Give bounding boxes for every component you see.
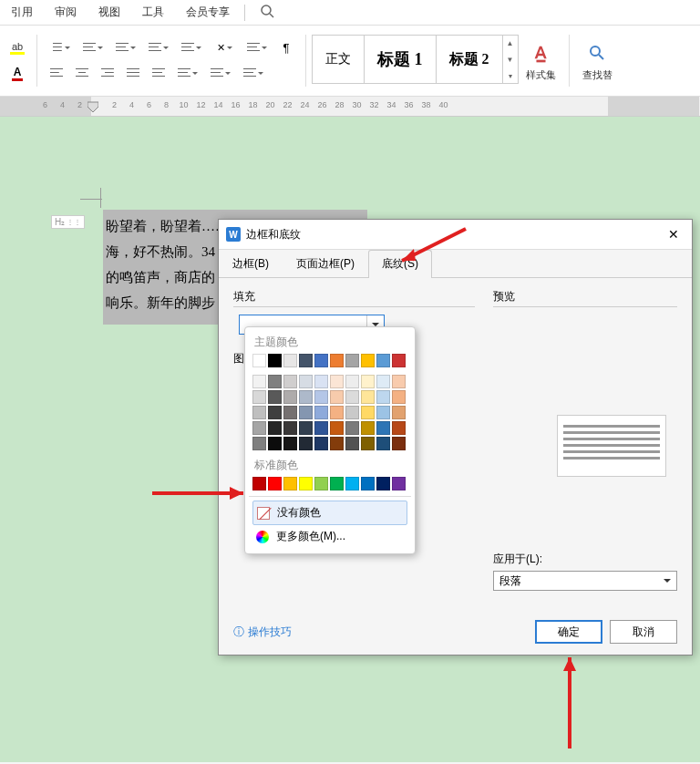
color-swatch[interactable] xyxy=(392,437,406,450)
menu-premium[interactable]: 会员专享 xyxy=(175,1,241,24)
show-marks-button[interactable]: ¶ xyxy=(276,38,296,58)
font-color-button[interactable]: A xyxy=(7,64,27,84)
line-spacing-button[interactable] xyxy=(243,38,271,58)
color-swatch[interactable] xyxy=(330,390,344,404)
style-scroll-down[interactable]: ▼ xyxy=(503,51,518,67)
align-justify-button[interactable] xyxy=(123,64,143,84)
color-swatch[interactable] xyxy=(345,390,359,404)
style-scroll-up[interactable]: ▲ xyxy=(503,35,518,51)
color-swatch[interactable] xyxy=(345,375,359,388)
color-swatch[interactable] xyxy=(392,390,406,404)
color-swatch[interactable] xyxy=(330,437,344,450)
color-swatch[interactable] xyxy=(330,477,344,490)
color-swatch[interactable] xyxy=(268,437,282,450)
decrease-indent-button[interactable] xyxy=(145,38,172,58)
color-swatch[interactable] xyxy=(345,406,359,419)
styleset-button[interactable]: A̲ 样式集 xyxy=(519,31,563,90)
color-swatch[interactable] xyxy=(361,421,375,435)
align-right-button[interactable] xyxy=(98,64,118,84)
close-button[interactable]: ✕ xyxy=(663,225,685,243)
color-swatch[interactable] xyxy=(330,354,344,367)
color-swatch[interactable] xyxy=(314,421,328,435)
numbering-button[interactable] xyxy=(79,38,107,58)
menu-tools[interactable]: 工具 xyxy=(131,1,175,24)
color-swatch[interactable] xyxy=(283,375,297,388)
color-swatch[interactable] xyxy=(345,477,359,490)
color-swatch[interactable] xyxy=(314,390,328,404)
text-tools-button[interactable]: ✕ xyxy=(211,38,238,58)
color-swatch[interactable] xyxy=(314,406,328,419)
color-swatch[interactable] xyxy=(392,375,406,388)
highlight-button[interactable]: ab xyxy=(7,38,27,58)
color-swatch[interactable] xyxy=(376,354,390,367)
color-swatch[interactable] xyxy=(345,437,359,450)
color-swatch[interactable] xyxy=(268,477,282,490)
distribute-button[interactable] xyxy=(149,64,169,84)
indent-right-button[interactable] xyxy=(207,64,234,84)
color-swatch[interactable] xyxy=(314,354,328,367)
color-swatch[interactable] xyxy=(252,354,266,367)
dialog-titlebar[interactable]: W 边框和底纹 ✕ xyxy=(219,220,692,250)
align-center-button[interactable] xyxy=(72,64,92,84)
apply-to-select[interactable]: 段落 xyxy=(493,571,677,591)
search-icon[interactable] xyxy=(256,0,278,25)
style-heading1[interactable]: 标题 1 xyxy=(365,36,437,83)
color-swatch[interactable] xyxy=(392,477,406,490)
color-swatch[interactable] xyxy=(283,390,297,404)
color-swatch[interactable] xyxy=(252,421,266,435)
color-swatch[interactable] xyxy=(314,437,328,450)
multilevel-button[interactable] xyxy=(112,38,139,58)
bullets-button[interactable] xyxy=(46,38,74,58)
color-swatch[interactable] xyxy=(283,406,297,419)
color-swatch[interactable] xyxy=(330,406,344,419)
ok-button[interactable]: 确定 xyxy=(535,620,602,644)
menu-references[interactable]: 引用 xyxy=(0,1,44,24)
find-replace-button[interactable]: 查找替 xyxy=(575,31,620,90)
color-swatch[interactable] xyxy=(345,421,359,435)
color-swatch[interactable] xyxy=(376,375,390,388)
paragraph-settings-button[interactable] xyxy=(240,64,267,84)
color-swatch[interactable] xyxy=(361,375,375,388)
color-swatch[interactable] xyxy=(376,390,390,404)
color-swatch[interactable] xyxy=(299,437,313,450)
tab-border[interactable]: 边框(B) xyxy=(219,250,283,277)
color-swatch[interactable] xyxy=(299,390,313,404)
color-swatch[interactable] xyxy=(361,437,375,450)
color-swatch[interactable] xyxy=(283,354,297,367)
color-swatch[interactable] xyxy=(345,354,359,367)
color-swatch[interactable] xyxy=(361,477,375,490)
color-swatch[interactable] xyxy=(299,375,313,388)
indent-left-button[interactable] xyxy=(174,64,201,84)
color-swatch[interactable] xyxy=(314,477,328,490)
color-swatch[interactable] xyxy=(392,354,406,367)
cancel-button[interactable]: 取消 xyxy=(610,620,677,644)
color-swatch[interactable] xyxy=(361,390,375,404)
color-swatch[interactable] xyxy=(283,421,297,435)
tips-link[interactable]: ⓘ 操作技巧 xyxy=(233,625,292,640)
color-swatch[interactable] xyxy=(268,354,282,367)
color-swatch[interactable] xyxy=(283,437,297,450)
color-swatch[interactable] xyxy=(361,406,375,419)
color-swatch[interactable] xyxy=(252,390,266,404)
more-colors-option[interactable]: 更多颜色(M)... xyxy=(252,525,407,548)
style-heading2[interactable]: 标题 2 xyxy=(437,36,503,83)
heading-level-marker[interactable]: H₂⋮⋮ xyxy=(51,215,85,229)
style-scroll-more[interactable]: ▾ xyxy=(503,67,518,84)
color-swatch[interactable] xyxy=(299,354,313,367)
ruler-indent-marker[interactable] xyxy=(88,98,98,113)
color-swatch[interactable] xyxy=(268,390,282,404)
color-swatch[interactable] xyxy=(252,375,266,388)
color-swatch[interactable] xyxy=(299,421,313,435)
color-swatch[interactable] xyxy=(299,477,313,490)
menu-view[interactable]: 视图 xyxy=(88,1,131,24)
color-swatch[interactable] xyxy=(268,406,282,419)
color-swatch[interactable] xyxy=(376,421,390,435)
color-swatch[interactable] xyxy=(392,421,406,435)
menu-review[interactable]: 审阅 xyxy=(44,1,88,24)
color-swatch[interactable] xyxy=(268,375,282,388)
color-swatch[interactable] xyxy=(376,437,390,450)
increase-indent-button[interactable] xyxy=(178,38,205,58)
ruler[interactable]: 642246810121416182022242628303234363840 xyxy=(0,97,700,117)
color-swatch[interactable] xyxy=(392,406,406,419)
color-swatch[interactable] xyxy=(283,477,297,490)
